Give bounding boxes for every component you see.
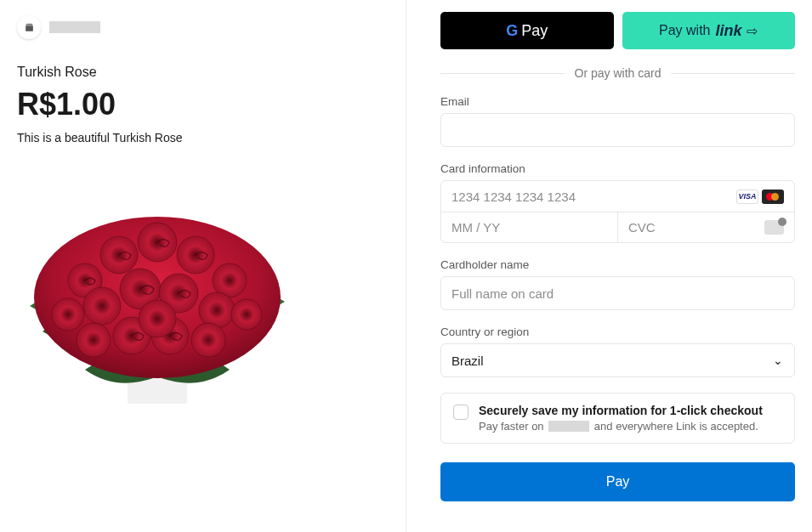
cardholder-name-input[interactable] bbox=[440, 276, 795, 310]
mastercard-icon bbox=[762, 190, 784, 204]
save-info-subtitle: Pay faster on and everywhere Link is acc… bbox=[479, 420, 763, 433]
checkout-form-panel: G Pay Pay with link ⇨ Or pay with card E… bbox=[406, 0, 812, 532]
merchant-name-redacted bbox=[49, 21, 100, 33]
card-input-group: VISA bbox=[440, 180, 795, 243]
card-cvc-input[interactable] bbox=[628, 220, 764, 235]
merchant-row bbox=[17, 15, 389, 39]
card-brand-icons: VISA bbox=[736, 190, 784, 204]
merchant-icon bbox=[17, 15, 41, 39]
svg-point-17 bbox=[191, 323, 225, 357]
email-input[interactable] bbox=[440, 113, 795, 147]
cvc-card-icon bbox=[764, 220, 784, 235]
svg-point-13 bbox=[231, 299, 262, 330]
svg-point-18 bbox=[139, 300, 176, 337]
link-prefix-text: Pay with bbox=[659, 23, 710, 38]
visa-icon: VISA bbox=[736, 190, 758, 204]
cardholder-name-label: Cardholder name bbox=[440, 258, 795, 271]
link-logo-icon: link bbox=[715, 22, 741, 40]
pay-with-link-button[interactable]: Pay with link ⇨ bbox=[622, 12, 796, 49]
svg-point-9 bbox=[83, 287, 121, 325]
gpay-pay-text: Pay bbox=[521, 22, 548, 40]
product-summary-panel: Turkish Rose R$1.00 This is a beautiful … bbox=[0, 0, 406, 532]
product-price: R$1.00 bbox=[17, 87, 389, 122]
card-expiry-input[interactable] bbox=[451, 220, 607, 235]
pay-button[interactable]: Pay bbox=[440, 462, 795, 501]
product-title: Turkish Rose bbox=[17, 65, 389, 80]
product-image bbox=[17, 178, 298, 416]
svg-point-14 bbox=[77, 323, 111, 357]
save-info-title: Securely save my information for 1-click… bbox=[479, 404, 763, 417]
save-info-checkbox[interactable] bbox=[453, 405, 468, 420]
gpay-logo-icon: G Pay bbox=[506, 22, 548, 40]
svg-point-12 bbox=[199, 292, 235, 328]
svg-rect-0 bbox=[26, 25, 33, 31]
country-select[interactable]: Brazil bbox=[440, 343, 795, 377]
card-number-input[interactable] bbox=[451, 190, 736, 204]
email-label: Email bbox=[440, 95, 795, 108]
product-description: This is a beautiful Turkish Rose bbox=[17, 131, 389, 144]
google-pay-button[interactable]: G Pay bbox=[440, 12, 614, 49]
save-info-box: Securely save my information for 1-click… bbox=[440, 393, 795, 444]
divider-text: Or pay with card bbox=[575, 66, 662, 80]
card-info-label: Card information bbox=[440, 162, 795, 175]
svg-point-8 bbox=[52, 298, 84, 331]
arrow-right-icon: ⇨ bbox=[747, 23, 758, 39]
merchant-name-redacted-inline bbox=[548, 421, 589, 432]
pay-with-card-divider: Or pay with card bbox=[440, 66, 795, 80]
country-label: Country or region bbox=[440, 325, 795, 338]
